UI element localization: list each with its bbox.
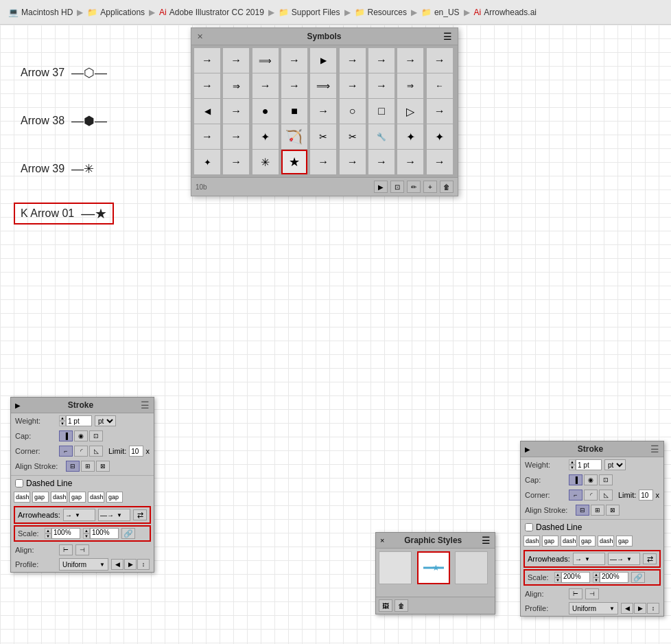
scale-down-2-left[interactable]: ▼	[83, 533, 90, 539]
breadcrumb-applications[interactable]: Applications	[100, 8, 145, 17]
weight-spinner-right[interactable]: ▲ ▼ 1 pt	[569, 459, 602, 470]
scale-input-1-left[interactable]: 100%	[51, 528, 80, 539]
weight-unit-select-left[interactable]: pt	[95, 415, 116, 426]
dash-1-left[interactable]: dash	[14, 492, 30, 503]
scale-down-1-left[interactable]: ▼	[45, 533, 51, 539]
symbol-cell[interactable]: →	[223, 150, 249, 174]
profile-flip-left[interactable]: ↕	[137, 559, 150, 570]
dash-2-right[interactable]: dash	[561, 536, 577, 547]
symbol-cell[interactable]: →	[340, 150, 366, 174]
symbol-cell[interactable]: →	[223, 48, 249, 73]
symbol-cell[interactable]: →	[397, 150, 423, 174]
graphic-style-item-3[interactable]	[455, 551, 488, 584]
symbol-edit-btn[interactable]: ✏	[407, 181, 421, 193]
symbol-cell[interactable]: ✦	[397, 124, 423, 149]
symbol-cell[interactable]: ◀	[194, 99, 220, 124]
symbol-cell[interactable]: ⟹	[310, 73, 336, 98]
weight-spinner-left[interactable]: ▲ ▼ 1 pt	[59, 415, 92, 426]
scale-up-1-right[interactable]: ▲	[554, 572, 561, 577]
stroke-panel-left-collapse[interactable]: ▶	[15, 402, 21, 409]
gs-new-layer-btn[interactable]: 🖽	[379, 599, 392, 612]
breadcrumb-enus[interactable]: en_US	[434, 8, 460, 17]
scale-input-2-left[interactable]: 100%	[90, 528, 119, 539]
symbol-cell[interactable]: →	[281, 48, 307, 73]
gap-3-right[interactable]: gap	[616, 536, 633, 547]
cap-btn-square-right[interactable]: ⊡	[599, 474, 613, 485]
symbol-cell[interactable]: →	[340, 73, 366, 98]
corner-btn-round-left[interactable]: ◜	[74, 446, 88, 457]
symbol-cell[interactable]: →	[340, 48, 366, 73]
align-btn-start-right[interactable]: ⊢	[569, 588, 582, 599]
symbol-cell[interactable]: ✂	[310, 124, 336, 149]
symbol-cell[interactable]: →	[223, 99, 249, 124]
scale-spinner-2-left[interactable]: ▲ ▼ 100%	[83, 528, 119, 539]
limit-input-right[interactable]: 10	[639, 490, 652, 501]
align-btn-end-left[interactable]: ⊣	[75, 544, 89, 555]
weight-down-left[interactable]: ▼	[59, 421, 66, 426]
weight-up-right[interactable]: ▲	[569, 459, 576, 465]
stroke-panel-right-collapse[interactable]: ▶	[525, 446, 530, 453]
scale-down-1-right[interactable]: ▼	[554, 577, 561, 583]
arrowhead-end-select-right[interactable]: —→▼	[608, 553, 640, 565]
dash-3-right[interactable]: dash	[598, 536, 614, 547]
symbol-cell[interactable]: ⟹	[252, 48, 279, 73]
profile-flip-right[interactable]: ↕	[647, 603, 659, 614]
gap-2-left[interactable]: gap	[69, 492, 86, 503]
symbol-cell[interactable]: ▷	[397, 99, 423, 124]
symbol-cell[interactable]: →	[310, 99, 336, 124]
corner-btn-miter-right[interactable]: ⌐	[569, 490, 582, 501]
align-outside-right[interactable]: ⊠	[606, 505, 620, 516]
graphic-styles-menu[interactable]: ☰	[482, 535, 491, 546]
symbol-delete-btn[interactable]: 🗑	[440, 181, 454, 193]
symbol-cell[interactable]: ✳	[252, 150, 279, 174]
arrowhead-end-select-left[interactable]: —→▼	[98, 509, 130, 521]
align-center-left[interactable]: ⊟	[66, 461, 80, 472]
gs-delete-btn[interactable]: 🗑	[395, 599, 408, 612]
symbol-cell[interactable]: ○	[340, 99, 366, 124]
weight-input-right[interactable]: 1 pt	[576, 459, 602, 470]
dashed-checkbox-right[interactable]	[525, 523, 533, 531]
symbol-cell[interactable]: ←	[427, 73, 453, 98]
arrowhead-swap-left[interactable]: ⇄	[133, 509, 147, 520]
align-inside-left[interactable]: ⊞	[81, 461, 95, 472]
symbol-cell[interactable]: →	[194, 73, 220, 98]
align-inside-right[interactable]: ⊞	[591, 505, 604, 516]
symbol-cell[interactable]: →	[427, 48, 453, 73]
align-outside-left[interactable]: ⊠	[96, 461, 110, 472]
graphic-style-item-1[interactable]	[379, 551, 412, 584]
arrowhead-swap-right[interactable]: ⇄	[643, 553, 657, 564]
symbol-cell[interactable]: ✦	[252, 124, 279, 149]
gap-3-left[interactable]: gap	[106, 492, 123, 503]
cap-btn-square-left[interactable]: ⊡	[89, 430, 103, 441]
scale-spinner-1-right[interactable]: ▲ ▼ 200%	[554, 572, 590, 583]
graphic-styles-close[interactable]: ×	[380, 536, 384, 544]
symbol-cell[interactable]: ✂	[340, 124, 366, 149]
corner-btn-miter-left[interactable]: ⌐	[59, 446, 73, 457]
weight-unit-select-right[interactable]: pt	[604, 459, 626, 470]
scale-up-2-left[interactable]: ▲	[83, 528, 90, 533]
scale-spinner-1-left[interactable]: ▲ ▼ 100%	[45, 528, 80, 539]
symbol-cell[interactable]: ✦	[194, 150, 220, 174]
arrowhead-start-select-left[interactable]: →▼	[63, 509, 95, 521]
graphic-style-item-selected[interactable]: ★	[417, 551, 450, 584]
align-btn-end-right[interactable]: ⊣	[585, 588, 599, 599]
symbol-cell[interactable]: ✦	[427, 124, 453, 149]
symbol-cell[interactable]: →	[427, 99, 453, 124]
symbol-cell[interactable]: □	[368, 99, 395, 124]
symbol-cell[interactable]: ⇒	[223, 73, 249, 98]
symbol-cell[interactable]: →	[194, 48, 220, 73]
profile-prev-left[interactable]: ◀	[111, 559, 123, 570]
breadcrumb-file[interactable]: Arrowheads.ai	[484, 8, 537, 17]
symbol-place-btn[interactable]: ▶	[374, 181, 388, 193]
scale-up-1-left[interactable]: ▲	[45, 528, 51, 533]
scale-input-1-right[interactable]: 200%	[561, 572, 590, 583]
breadcrumb-resources[interactable]: Resources	[368, 8, 407, 17]
symbol-cell-selected[interactable]: ★	[281, 150, 307, 174]
profile-prev-right[interactable]: ◀	[621, 603, 633, 614]
corner-btn-bevel-right[interactable]: ◺	[599, 490, 613, 501]
symbol-cell[interactable]: →	[368, 48, 395, 73]
limit-input-left[interactable]: 10	[129, 446, 143, 457]
scale-input-2-right[interactable]: 200%	[600, 572, 628, 583]
profile-next-right[interactable]: ▶	[634, 603, 646, 614]
symbol-cell[interactable]: ▶	[310, 48, 336, 73]
